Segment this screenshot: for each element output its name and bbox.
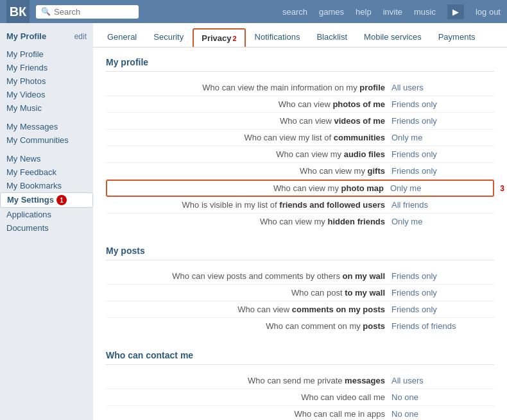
tab-privacy[interactable]: Privacy2 [193,28,245,47]
setting-value[interactable]: No one [391,409,494,419]
tab-blacklist[interactable]: Blacklist [309,28,355,47]
setting-label: Who can view my gifts [106,166,391,176]
section-title-who-can-contact: Who can contact me [106,350,494,365]
setting-row: Who can view comments on my postsFriends… [106,301,494,318]
settings-content: My profileWho can view the main informat… [93,47,507,420]
search-input[interactable] [54,7,131,17]
sidebar-item-my-friends[interactable]: My Friends [0,61,93,74]
search-box: 🔍 [36,5,139,19]
setting-value[interactable]: Only me [391,133,494,142]
section-my-profile: My profileWho can view the main informat… [106,57,494,230]
sidebar-item-my-bookmarks[interactable]: My Bookmarks [0,179,93,192]
setting-value[interactable]: All users [391,376,494,385]
setting-row: Who can view my photo mapOnly me3 [106,180,494,197]
main-layout: My Profile edit My ProfileMy FriendsMy P… [0,23,507,420]
setting-row: Who is visible in my list of friends and… [106,197,494,214]
setting-value[interactable]: Friends only [391,305,494,314]
setting-value[interactable]: All friends [391,200,494,210]
setting-label: Who can view my photo map [107,183,390,193]
play-button[interactable]: ▶ [447,4,464,19]
sidebar-item-my-music[interactable]: My Music [0,101,93,115]
setting-value[interactable]: Friends only [391,166,494,176]
nav-logout[interactable]: log out [476,7,501,17]
setting-row: Who can view my hidden friendsOnly me [106,214,494,230]
setting-row: Who can view my giftsFriends only [106,163,494,180]
setting-value[interactable]: Friends only [391,116,494,126]
setting-row: Who can view my list of communitiesOnly … [106,130,494,146]
vk-logo: ВК [6,0,30,23]
setting-label: Who can view my hidden friends [106,217,391,226]
setting-label: Who can post to my wall [106,288,391,298]
setting-row: Who can comment on my postsFriends of fr… [106,318,494,334]
setting-row: Who can view the main information on my … [106,80,494,96]
sidebar-item-my-messages[interactable]: My Messages [0,120,93,133]
sidebar-items: My ProfileMy FriendsMy PhotosMy VideosMy… [0,47,93,235]
tab-security[interactable]: Security [146,28,191,47]
setting-label: Who can send me private messages [106,376,391,385]
search-icon: 🔍 [41,7,51,16]
setting-row: Who can video call meNo one [106,389,494,406]
setting-label: Who can view photos of me [106,99,391,109]
setting-label: Who can view videos of me [106,116,391,126]
sidebar-item-my-settings[interactable]: My Settings1 [0,192,93,208]
tab-notifications[interactable]: Notifications [247,28,308,47]
setting-value[interactable]: Friends only [391,271,494,281]
nav-music[interactable]: music [414,7,436,17]
setting-row: Who can post to my wallFriends only [106,285,494,301]
sidebar-item-documents[interactable]: Documents [0,221,93,235]
sidebar-item-my-photos[interactable]: My Photos [0,74,93,88]
setting-label: Who can view posts and comments by other… [106,271,391,281]
sidebar-item-my-feedback[interactable]: My Feedback [0,165,93,179]
setting-value[interactable]: Friends only [391,288,494,298]
section-my-posts: My postsWho can view posts and comments … [106,246,494,334]
tab-payments[interactable]: Payments [431,28,483,47]
setting-row: Who can view videos of meFriends only [106,113,494,130]
setting-label: Who can view the main information on my … [106,83,391,92]
nav-games[interactable]: games [319,7,344,17]
setting-label: Who can video call me [106,392,391,402]
setting-row: Who can send me private messagesAll user… [106,373,494,389]
nav-help[interactable]: help [356,7,372,17]
sidebar-user: My Profile edit [0,28,93,47]
tabs-bar: GeneralSecurityPrivacy2NotificationsBlac… [93,23,507,47]
nav-search[interactable]: search [282,7,307,17]
sidebar-edit-link[interactable]: edit [74,32,87,41]
topbar: ВК 🔍 search games help invite music ▶ lo… [0,0,507,23]
sidebar: My Profile edit My ProfileMy FriendsMy P… [0,23,93,420]
sidebar-item-my-communities[interactable]: My Communities [0,133,93,147]
setting-row: Who can view my audio filesFriends only [106,146,494,163]
sidebar-item-my-videos[interactable]: My Videos [0,88,93,101]
setting-label: Who can view comments on my posts [106,305,391,314]
sidebar-item-my-profile[interactable]: My Profile [0,47,93,61]
setting-value[interactable]: All users [391,83,494,92]
tab-mobile-services[interactable]: Mobile services [356,28,429,47]
sidebar-item-applications[interactable]: Applications [0,208,93,221]
setting-label: Who can call me in apps [106,409,391,419]
setting-value[interactable]: No one [391,392,494,402]
sidebar-username: My Profile [6,31,46,41]
nav-invite[interactable]: invite [383,7,402,17]
section-title-my-posts: My posts [106,246,494,260]
content-area: GeneralSecurityPrivacy2NotificationsBlac… [93,23,507,420]
tab-general[interactable]: General [99,28,144,47]
top-nav-links: search games help invite music ▶ log out [282,4,501,19]
setting-label: Who is visible in my list of friends and… [106,200,391,210]
setting-value[interactable]: Only me [390,183,493,193]
setting-label: Who can comment on my posts [106,321,391,331]
setting-value[interactable]: Friends of friends [391,321,494,331]
section-title-my-profile: My profile [106,57,494,72]
setting-label: Who can view my list of communities [106,133,391,142]
setting-row: Who can view posts and comments by other… [106,268,494,285]
setting-row: Who can view photos of meFriends only [106,96,494,113]
setting-label: Who can view my audio files [106,149,391,159]
setting-value[interactable]: Friends only [391,99,494,109]
setting-value[interactable]: Only me [391,217,494,226]
section-who-can-contact: Who can contact meWho can send me privat… [106,350,494,420]
setting-row: Who can call me in appsNo one [106,406,494,420]
sidebar-item-my-news[interactable]: My News [0,152,93,165]
setting-value[interactable]: Friends only [391,149,494,159]
